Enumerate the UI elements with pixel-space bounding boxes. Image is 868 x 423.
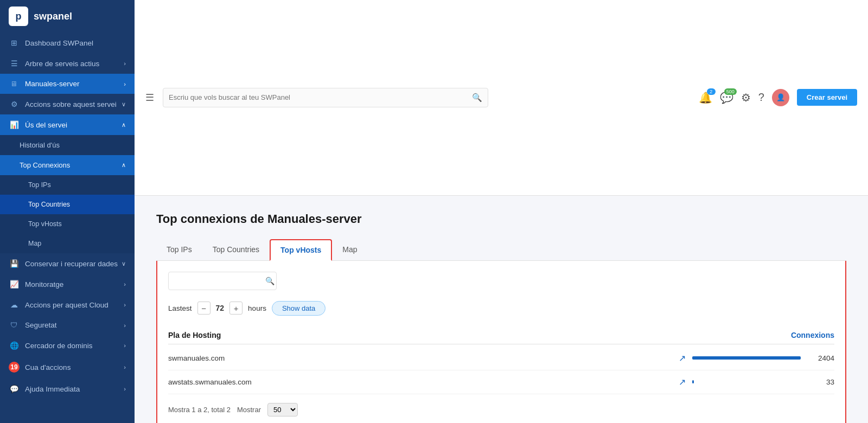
- cercador-icon: 🌐: [9, 341, 20, 350]
- external-link-icon-1[interactable]: ↗: [679, 377, 686, 387]
- sidebar-item-cercador[interactable]: 🌐 Cercador de dominis ›: [0, 335, 135, 356]
- sidebar-item-cua[interactable]: 19 Cua d'accions ›: [0, 356, 135, 379]
- sidebar: p swpanel ⊞ Dashboard SWPanel ☰ Arbre de…: [0, 0, 135, 423]
- inner-search-input[interactable]: [174, 277, 265, 285]
- sidebar-item-us-del-servei[interactable]: 📊 Ús del servei ∧: [0, 114, 135, 135]
- sidebar-label-arbre: Arbre de serveis actius: [25, 60, 124, 68]
- monitoratge-chevron: ›: [124, 281, 126, 287]
- sidebar-item-top-vhosts[interactable]: Top vHosts: [0, 214, 135, 234]
- sidebar-label-historial: Historial d'ús: [20, 141, 126, 149]
- app-name: swpanel: [34, 11, 72, 22]
- cua-icon: 19: [9, 362, 20, 373]
- row-bar-wrap-1: [692, 380, 801, 383]
- chat-icon[interactable]: 💬 500: [720, 91, 733, 104]
- accions-cloud-icon: ☁: [9, 300, 20, 309]
- topbar: ☰ 🔍 🔔 2 💬 500 ⚙ ? 👤 Crear servei: [135, 0, 868, 196]
- sidebar-item-manuales[interactable]: 🖥 Manuales-server ›: [0, 74, 135, 94]
- monitoratge-icon: 📈: [9, 280, 20, 289]
- sidebar-item-accions-servei[interactable]: ⚙ Accions sobre aquest servei ∨: [0, 94, 135, 114]
- mostrar-label: Mostrar: [237, 406, 261, 414]
- cercador-chevron: ›: [124, 342, 126, 349]
- table-header: Pla de Hosting Connexions: [168, 326, 834, 344]
- content-box: 🔍 Lastest − 72 + hours Show data Pla de …: [156, 261, 846, 424]
- main-wrapper: ☰ 🔍 🔔 2 💬 500 ⚙ ? 👤 Crear servei Top con…: [135, 0, 868, 423]
- sidebar-label-top-countries: Top Countries: [28, 201, 126, 208]
- tab-top-countries[interactable]: Top Countries: [202, 239, 270, 261]
- row-name-1: awstats.swmanuales.com: [168, 378, 679, 386]
- main-content: Top connexions de Manuales-server Top IP…: [135, 196, 868, 424]
- manuales-chevron: ›: [124, 81, 126, 87]
- conservar-chevron: ∨: [122, 260, 126, 267]
- pagination-label: Mostra 1 a 2, total 2: [168, 406, 231, 414]
- sidebar-label-accions-cloud: Accions per aquest Cloud: [25, 301, 124, 309]
- page-title: Top connexions de Manuales-server: [156, 212, 846, 226]
- avatar[interactable]: 👤: [772, 89, 789, 106]
- sidebar-sub-group: Historial d'ús Top Connexions ∧ Top IPs …: [0, 135, 135, 253]
- hours-decrement-button[interactable]: −: [197, 302, 210, 315]
- seguretat-icon: 🛡: [9, 321, 20, 329]
- sidebar-item-conservar[interactable]: 💾 Conservar i recuperar dades ∨: [0, 253, 135, 274]
- sidebar-item-monitoratge[interactable]: 📈 Monitoratge ›: [0, 274, 135, 294]
- sidebar-logo: p swpanel: [0, 0, 135, 33]
- hours-row: Lastest − 72 + hours Show data: [168, 301, 834, 316]
- hours-value: 72: [216, 304, 225, 312]
- sidebar-item-seguretat[interactable]: 🛡 Seguretat ›: [0, 315, 135, 335]
- sidebar-label-ajuda: Ajuda Immediata: [25, 385, 124, 393]
- settings-icon[interactable]: ⚙: [741, 91, 751, 104]
- row-count-0: 2404: [807, 354, 834, 362]
- collapse-icon[interactable]: ☰: [145, 92, 154, 104]
- table-row: awstats.swmanuales.com ↗ 33: [168, 370, 834, 394]
- row-bar-0: [692, 356, 801, 360]
- sidebar-sub2-group: Top IPs Top Countries Top vHosts Map: [0, 175, 135, 253]
- notif-badge: 2: [707, 88, 716, 95]
- sidebar-item-top-countries[interactable]: Top Countries: [0, 195, 135, 214]
- sidebar-item-top-connexions[interactable]: Top Connexions ∧: [0, 155, 135, 175]
- cua-chevron: ›: [124, 364, 126, 370]
- ajuda-icon: 💬: [9, 384, 20, 393]
- tab-top-ips[interactable]: Top IPs: [156, 239, 202, 261]
- pagination-row: Mostra 1 a 2, total 2 Mostrar 50 100 200: [168, 403, 834, 416]
- row-bar-wrap-0: [692, 356, 801, 360]
- tab-top-vhosts[interactable]: Top vHosts: [270, 239, 332, 261]
- lastest-label: Lastest: [168, 304, 192, 312]
- sidebar-label-cua: Cua d'accions: [25, 363, 124, 371]
- create-service-button[interactable]: Crear servei: [797, 89, 857, 106]
- sidebar-label-manuales: Manuales-server: [25, 80, 124, 88]
- sidebar-label-conservar: Conservar i recuperar dades: [25, 260, 122, 268]
- sidebar-item-map[interactable]: Map: [0, 234, 135, 253]
- chat-badge: 500: [724, 88, 737, 95]
- sidebar-item-dashboard[interactable]: ⊞ Dashboard SWPanel: [0, 33, 135, 53]
- sidebar-item-arbre[interactable]: ☰ Arbre de serveis actius ›: [0, 53, 135, 74]
- search-bar[interactable]: 🔍: [163, 88, 488, 107]
- notifications-icon[interactable]: 🔔 2: [699, 91, 712, 104]
- manuales-icon: 🖥: [9, 80, 20, 88]
- ajuda-chevron: ›: [124, 386, 126, 392]
- sidebar-label-accions-servei: Accions sobre aquest servei: [25, 100, 122, 108]
- sidebar-label-seguretat: Seguretat: [25, 321, 124, 329]
- help-icon[interactable]: ?: [758, 91, 764, 104]
- inner-search[interactable]: 🔍: [168, 272, 277, 290]
- tabs: Top IPs Top Countries Top vHosts Map: [156, 239, 846, 261]
- sidebar-item-accions-cloud[interactable]: ☁ Accions per aquest Cloud ›: [0, 294, 135, 315]
- tab-map[interactable]: Map: [332, 239, 367, 261]
- sidebar-label-top-connexions: Top Connexions: [20, 161, 122, 169]
- sidebar-label-monitoratge: Monitoratge: [25, 280, 124, 289]
- show-data-button[interactable]: Show data: [272, 301, 326, 316]
- inner-search-icon: 🔍: [265, 277, 275, 285]
- per-page-select[interactable]: 50 100 200: [267, 403, 298, 416]
- sidebar-label-cercador: Cercador de dominis: [25, 342, 124, 350]
- sidebar-item-ajuda[interactable]: 💬 Ajuda Immediata ›: [0, 379, 135, 399]
- accions-cloud-chevron: ›: [124, 302, 126, 308]
- top-connexions-chevron: ∧: [122, 162, 126, 169]
- hours-increment-button[interactable]: +: [229, 302, 242, 315]
- row-name-0: swmanuales.com: [168, 354, 679, 362]
- sidebar-label-dashboard: Dashboard SWPanel: [25, 39, 126, 47]
- external-link-icon-0[interactable]: ↗: [679, 353, 686, 363]
- table-row: swmanuales.com ↗ 2404: [168, 347, 834, 370]
- search-input[interactable]: [169, 93, 472, 101]
- sidebar-item-historial[interactable]: Historial d'ús: [0, 135, 135, 155]
- sidebar-item-top-ips[interactable]: Top IPs: [0, 175, 135, 195]
- dashboard-icon: ⊞: [9, 39, 20, 47]
- row-count-1: 33: [807, 378, 834, 386]
- sidebar-label-us-del-servei: Ús del servei: [25, 121, 122, 129]
